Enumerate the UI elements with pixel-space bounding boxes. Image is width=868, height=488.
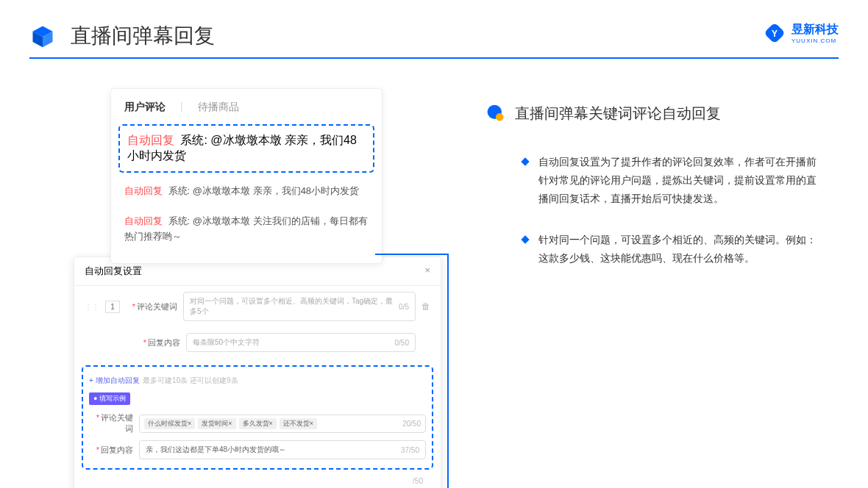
row-index: 1 (105, 301, 120, 313)
comment-item: 自动回复 系统: @冰墩墩本墩 亲亲，我们48小时内发货 (124, 176, 369, 207)
connector-line (447, 254, 449, 488)
section-title: 直播间弹幕关键词评论自动回复 (515, 104, 721, 123)
example-badge: ● 填写示例 (89, 392, 130, 405)
drag-handle-icon[interactable]: ⋮⋮ (85, 303, 99, 311)
page-title: 直播间弹幕回复 (71, 22, 215, 50)
close-icon[interactable]: × (424, 265, 430, 278)
trash-icon[interactable]: 🗑 (421, 301, 430, 312)
svg-text:Y: Y (772, 29, 778, 39)
diamond-icon (521, 157, 529, 165)
comment-item: 自动回复 系统: @冰墩墩本墩 关注我们的店铺，每日都有热门推荐哟～ (124, 207, 369, 252)
settings-card: 自动回复设置 × ⋮⋮ 1 *评论关键词 对同一个问题，可设置多个相近、高频的关… (74, 256, 441, 488)
auto-reply-tag: 自动回复 (127, 134, 174, 146)
bullet-item: 自动回复设置为了提升作者的评论回复效率，作者可在开播前针对常见的评论用户问题，提… (485, 153, 824, 209)
add-auto-reply-link[interactable]: + 增加自动回复 (89, 376, 140, 384)
logo-icon: Y (764, 22, 786, 44)
logo-text: 昱新科技 (791, 23, 839, 35)
keyword-input[interactable]: 对同一个问题，可设置多个相近、高频的关键词，Tag确定，最多5个 0/5 (183, 292, 416, 321)
auto-reply-tag: 自动回复 (124, 215, 163, 226)
example-content-input[interactable]: 亲，我们这边都是下单48小时内发货的哦～ 37/50 (139, 440, 426, 459)
example-keyword-input[interactable]: 什么时候发货× 发货时间× 多久发货× 还不发货× 20/50 (139, 415, 426, 433)
auto-reply-tag: 自动回复 (124, 185, 163, 196)
tab-user-comments[interactable]: 用户评论 (124, 101, 166, 114)
bullet-item: 针对同一个问题，可设置多个相近的、高频的关键词。例如：这款多少钱、这块能优惠吗、… (485, 231, 824, 268)
comment-item-highlighted: 自动回复 系统: @冰墩墩本墩 亲亲，我们48小时内发货 (118, 124, 374, 173)
logo-sub: YUUXIN.COM (791, 37, 839, 44)
diamond-icon (521, 235, 529, 243)
settings-title: 自动回复设置 (85, 265, 142, 278)
svg-point-3 (496, 113, 504, 121)
comments-card: 用户评论 | 待播商品 自动回复 系统: @冰墩墩本墩 亲亲，我们48小时内发货… (110, 88, 383, 264)
tab-pending-goods[interactable]: 待播商品 (198, 101, 239, 114)
example-box: + 增加自动回复 最多可建10条 还可以创建9条 ● 填写示例 *评论关键词 什… (82, 365, 433, 470)
content-input[interactable]: 每条限50个中文字符 0/50 (186, 333, 416, 352)
brand-logo: Y 昱新科技 YUUXIN.COM (764, 22, 839, 44)
connector-line (375, 254, 449, 255)
chat-bubble-icon (485, 103, 506, 123)
cube-icon (29, 23, 56, 49)
